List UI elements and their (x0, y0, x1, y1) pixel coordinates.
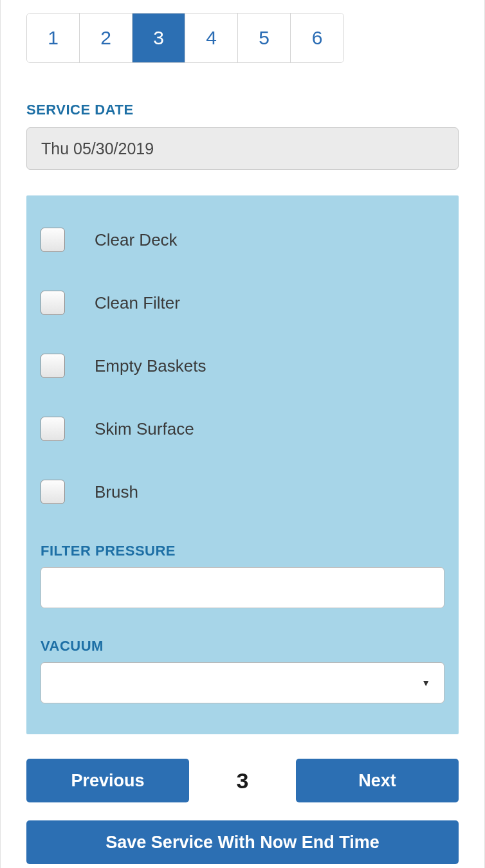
step-2[interactable]: 2 (80, 14, 133, 62)
task-row-clean-filter: Clean Filter (41, 291, 444, 315)
checkbox-clean-filter[interactable] (41, 291, 65, 315)
save-service-button[interactable]: Save Service With Now End Time (26, 820, 459, 864)
vacuum-label: VACUUM (41, 638, 444, 655)
checkbox-empty-baskets[interactable] (41, 354, 65, 378)
task-row-brush: Brush (41, 480, 444, 504)
task-row-clear-deck: Clear Deck (41, 228, 444, 252)
step-6[interactable]: 6 (291, 14, 343, 62)
step-3[interactable]: 3 (133, 14, 185, 62)
service-date-field[interactable]: Thu 05/30/2019 (26, 127, 459, 170)
task-label: Clear Deck (95, 230, 178, 250)
service-date-label: SERVICE DATE (26, 102, 459, 118)
tasks-panel: Clear Deck Clean Filter Empty Baskets Sk… (26, 195, 459, 734)
nav-row: Previous 3 Next (26, 759, 459, 802)
vacuum-select-wrap: ▼ (41, 662, 444, 703)
checkbox-skim-surface[interactable] (41, 417, 65, 441)
task-label: Empty Baskets (95, 356, 206, 376)
task-label: Clean Filter (95, 293, 180, 313)
task-label: Brush (95, 482, 138, 502)
checkbox-clear-deck[interactable] (41, 228, 65, 252)
filter-pressure-input[interactable] (41, 567, 444, 608)
task-label: Skim Surface (95, 419, 194, 439)
vacuum-select[interactable] (41, 662, 444, 703)
task-row-empty-baskets: Empty Baskets (41, 354, 444, 378)
step-nav: 1 2 3 4 5 6 (26, 13, 344, 63)
next-button[interactable]: Next (296, 759, 459, 802)
step-1[interactable]: 1 (27, 14, 80, 62)
step-4[interactable]: 4 (185, 14, 238, 62)
page-indicator: 3 (237, 768, 249, 793)
previous-button[interactable]: Previous (26, 759, 189, 802)
service-date-value: Thu 05/30/2019 (41, 140, 154, 158)
task-row-skim-surface: Skim Surface (41, 417, 444, 441)
filter-pressure-label: FILTER PRESSURE (41, 543, 444, 559)
checkbox-brush[interactable] (41, 480, 65, 504)
step-5[interactable]: 5 (238, 14, 291, 62)
